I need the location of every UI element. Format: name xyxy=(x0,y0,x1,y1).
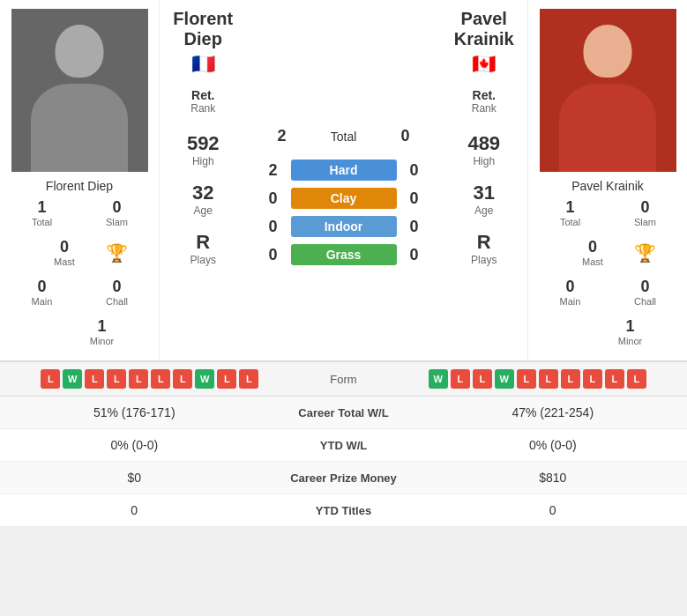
stats-left-value: $0 xyxy=(13,471,256,485)
grass-row: 0 Grass 0 xyxy=(256,244,432,265)
scores-center: 2 Total 0 2 Hard 0 0 Clay 0 0 Indoor 0 0 xyxy=(247,0,441,360)
left-avatar-body xyxy=(31,84,128,172)
form-badge: W xyxy=(195,369,214,389)
hard-badge: Hard xyxy=(291,160,397,181)
form-badge: L xyxy=(605,369,624,389)
right-avatar-head xyxy=(584,25,632,78)
stats-row: 0% (0-0) YTD W/L 0% (0-0) xyxy=(0,429,687,462)
left-avatar-head xyxy=(56,25,104,78)
total-row: 2 Total 0 xyxy=(256,127,432,145)
form-badge: L xyxy=(473,369,492,389)
left-spacer xyxy=(19,312,64,352)
right-plays-stat: R Plays xyxy=(471,231,497,266)
right-total-stat: 1 Total xyxy=(533,193,608,233)
right-main-label: Main xyxy=(560,296,581,307)
right-high-stat: 489 High xyxy=(467,132,500,167)
left-player-name: Florent Diep xyxy=(46,179,113,193)
right-indoor-score: 0 xyxy=(397,218,432,236)
right-rank-sub: Rank xyxy=(472,102,497,115)
left-grass-score: 0 xyxy=(256,246,291,264)
left-slam-value: 0 xyxy=(112,198,121,217)
left-form-badges: LWLLLLLWLL xyxy=(9,369,291,389)
form-badge: L xyxy=(583,369,602,389)
clay-badge: Clay xyxy=(291,188,397,209)
stats-row: 0 YTD Titles 0 xyxy=(0,494,687,527)
form-badge: L xyxy=(239,369,258,389)
right-player-photo xyxy=(540,9,676,172)
left-trophy-icon: 🏆 xyxy=(102,239,131,267)
left-plays-value: R xyxy=(196,231,210,254)
right-chall-stat: 0 Chall xyxy=(608,272,683,312)
right-main-stat: 0 Main xyxy=(533,272,608,312)
left-rank-label: Ret. xyxy=(191,88,214,102)
left-plays-label: Plays xyxy=(190,254,216,266)
indoor-row: 0 Indoor 0 xyxy=(256,216,432,237)
form-badge: W xyxy=(63,369,82,389)
left-chall-label: Chall xyxy=(106,296,128,307)
stats-right-value: 0 xyxy=(432,503,675,517)
stats-center-label: YTD Titles xyxy=(256,504,432,517)
right-clay-score: 0 xyxy=(397,189,432,208)
right-total-label: Total xyxy=(560,217,580,227)
player-comparison: Florent Diep 1 Total 0 Slam 0 Mast 🏆 xyxy=(0,0,687,361)
left-trophy-cell: 🏆 xyxy=(102,233,132,272)
right-mast-label: Mast xyxy=(582,256,603,267)
right-player-name: Pavel Krainik xyxy=(571,179,644,193)
form-badge: L xyxy=(85,369,104,389)
right-hard-score: 0 xyxy=(397,161,432,180)
right-minor-label: Minor xyxy=(618,336,643,346)
right-middle-stats: Pavel Krainik 🇨🇦 Ret. Rank 489 High 31 A… xyxy=(441,0,529,360)
left-minor-value: 1 xyxy=(97,317,106,336)
left-slam-label: Slam xyxy=(106,217,128,227)
left-main-value: 0 xyxy=(37,278,46,296)
right-main-value: 0 xyxy=(565,278,574,296)
left-indoor-score: 0 xyxy=(256,218,291,236)
left-minor-stat: 1 Minor xyxy=(64,312,139,352)
stats-left-value: 0% (0-0) xyxy=(13,438,256,452)
form-label: Form xyxy=(291,373,397,386)
stats-center-label: YTD W/L xyxy=(256,439,432,452)
right-plays-value: R xyxy=(477,231,491,254)
stats-table: 51% (176-171) Career Total W/L 47% (221-… xyxy=(0,397,687,527)
left-age-label: Age xyxy=(194,204,213,217)
left-main-stat: 0 Main xyxy=(4,272,79,312)
stats-right-value: 0% (0-0) xyxy=(432,438,675,452)
right-chall-value: 0 xyxy=(640,278,649,296)
stats-row: 51% (176-171) Career Total W/L 47% (221-… xyxy=(0,397,687,429)
right-spacer xyxy=(548,312,593,352)
left-high-value: 592 xyxy=(187,132,220,155)
stats-row: $0 Career Prize Money $810 xyxy=(0,462,687,494)
form-badge: L xyxy=(151,369,170,389)
right-total-value: 1 xyxy=(565,198,574,217)
form-badge: L xyxy=(539,369,558,389)
stats-right-value: 47% (221-254) xyxy=(432,405,675,419)
main-container: Florent Diep 1 Total 0 Slam 0 Mast 🏆 xyxy=(0,0,687,527)
right-rank-stat: Ret. Rank xyxy=(472,88,497,115)
left-age-stat: 32 Age xyxy=(192,182,213,217)
left-clay-score: 0 xyxy=(256,189,291,208)
left-total-label: Total xyxy=(32,217,52,227)
right-minor-stat: 1 Minor xyxy=(593,312,668,352)
total-label: Total xyxy=(300,130,388,144)
left-player-stats: 1 Total 0 Slam 0 Mast 🏆 0 Main xyxy=(4,193,154,352)
right-slam-label: Slam xyxy=(634,217,656,227)
right-flag: 🇨🇦 xyxy=(472,53,496,76)
form-badge: L xyxy=(517,369,536,389)
left-total-stat: 1 Total xyxy=(4,193,79,233)
stats-center-label: Career Total W/L xyxy=(256,406,432,419)
form-badge: L xyxy=(561,369,580,389)
right-total-score: 0 xyxy=(388,127,423,145)
left-high-stat: 592 High xyxy=(187,132,220,167)
right-plays-label: Plays xyxy=(471,254,497,266)
right-age-stat: 31 Age xyxy=(474,182,495,217)
left-high-label: High xyxy=(192,155,214,167)
left-minor-label: Minor xyxy=(90,336,115,346)
left-mast-value: 0 xyxy=(60,238,69,256)
form-badge: L xyxy=(41,369,60,389)
left-hard-score: 2 xyxy=(256,161,291,180)
right-age-value: 31 xyxy=(474,182,495,204)
left-middle-stats: Florent Diep 🇫🇷 Ret. Rank 592 High 32 Ag… xyxy=(159,0,247,360)
right-mast-value: 0 xyxy=(588,238,597,256)
left-player-photo xyxy=(11,9,148,172)
left-flag: 🇫🇷 xyxy=(191,53,215,76)
